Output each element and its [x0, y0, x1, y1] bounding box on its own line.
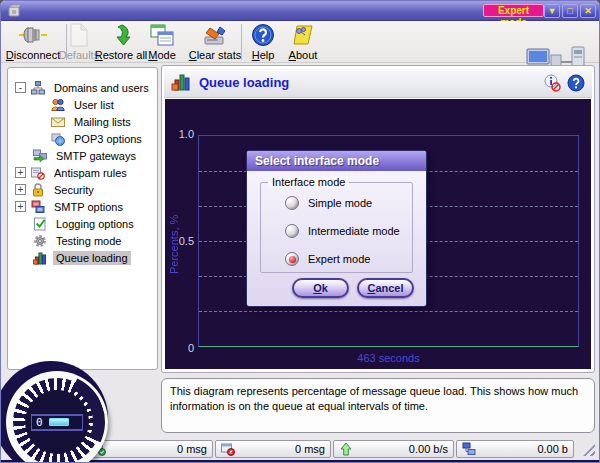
antispam-rules-icon [31, 166, 46, 180]
mode-windows-icon [140, 23, 184, 49]
toolbar-separator [241, 24, 242, 60]
page-title: Queue loading [199, 75, 289, 90]
help-button[interactable]: Help [245, 22, 281, 62]
status-messages-received: 0 msg [86, 440, 213, 458]
bar-chart-icon [171, 72, 191, 94]
mode-button[interactable]: Mode [140, 22, 184, 62]
queue-loading-icon [33, 251, 48, 265]
clear-stats-button[interactable]: Clear stats [184, 22, 246, 62]
testing-mode-icon [33, 234, 48, 248]
content-header: Queue loading [164, 68, 592, 98]
domains-users-icon [31, 81, 46, 95]
tree-item-testing-mode[interactable]: Testing mode [8, 232, 157, 249]
radio-label: Simple mode [308, 197, 372, 209]
status-value: 0.00 b [477, 443, 568, 455]
expand-icon[interactable]: + [15, 184, 26, 195]
collapse-icon[interactable]: - [15, 82, 26, 93]
select-interface-mode-dialog: Select interface mode Interface mode Sim… [246, 150, 427, 307]
groupbox-label: Interface mode [268, 176, 349, 188]
tree-item-pop3-options[interactable]: POP3 options [8, 130, 157, 147]
radio-label: Expert mode [308, 253, 370, 265]
titlebar: Expert mode ▼ □ ✕ [1, 1, 599, 21]
tree-item-logging-options[interactable]: Logging options [8, 215, 157, 232]
pop3-options-icon [51, 132, 66, 146]
tree-item-user-list[interactable]: User list [8, 96, 157, 113]
mailing-lists-icon [51, 115, 66, 129]
tree-item-smtp-options[interactable]: + SMTP options [8, 198, 157, 215]
tree-item-queue-loading[interactable]: Queue loading [8, 249, 157, 266]
gridline [199, 311, 578, 312]
clear-stats-brush-icon [184, 23, 246, 49]
logging-options-icon [33, 217, 48, 231]
status-value: 0.00 b/s [354, 443, 448, 455]
status-upload-speed: 0.00 b/s [333, 440, 454, 458]
maximize-icon[interactable]: □ [562, 4, 578, 18]
radio-simple-mode[interactable]: Simple mode [285, 195, 372, 211]
mode-badge: Expert mode [483, 4, 544, 17]
expand-icon[interactable]: + [15, 201, 26, 212]
cancel-button[interactable]: Cancel [357, 278, 414, 298]
messages-received-icon [92, 442, 107, 456]
gauge-value-display: 0 [31, 415, 83, 430]
dialog-title: Select interface mode [247, 151, 426, 171]
radio-selected-icon[interactable] [285, 252, 299, 266]
help-icon[interactable] [567, 74, 585, 92]
about-note-icon [281, 23, 325, 49]
status-traffic: 0.00 b [456, 440, 574, 458]
radio-icon[interactable] [285, 196, 299, 210]
x-axis-label: 463 seconds [198, 352, 579, 364]
interface-mode-groupbox: Interface mode Simple mode Intermediate … [260, 182, 413, 273]
tree-item-security[interactable]: + Security [8, 181, 157, 198]
user-list-icon [51, 98, 66, 112]
ok-button[interactable]: Ok [292, 278, 349, 298]
y-tick: 1.0 [165, 128, 194, 140]
tree-item-smtp-gateways[interactable]: SMTP gateways [8, 147, 157, 164]
radio-intermediate-mode[interactable]: Intermediate mode [285, 223, 400, 239]
smtp-options-icon [31, 200, 46, 214]
y-tick: 0.5 [165, 235, 194, 247]
radio-icon[interactable] [285, 224, 299, 238]
radio-expert-mode[interactable]: Expert mode [285, 251, 370, 267]
minimize-icon[interactable]: ▼ [544, 4, 560, 18]
status-value: 0 msg [236, 443, 325, 455]
traffic-icon [462, 442, 477, 456]
radio-label: Intermediate mode [308, 225, 400, 237]
gauge-percent-display: 0% [31, 414, 83, 431]
status-messages-failed: 0 msg [215, 440, 331, 458]
description-panel: This diagram represents percentage of me… [161, 378, 595, 433]
status-value: 0 msg [107, 443, 207, 455]
smtp-gateways-icon [33, 149, 48, 163]
tree-item-antispam-rules[interactable]: + Antispam rules [8, 164, 157, 181]
gauge-battery-icon [49, 418, 69, 426]
tree-item-domains-and-users[interactable]: - Domains and users [8, 79, 157, 96]
messages-failed-icon [221, 442, 236, 456]
y-tick: 0 [165, 342, 194, 354]
app-window: Expert mode ▼ □ ✕ Disconnect Defaults Re… [0, 0, 600, 463]
navigation-tree: - Domains and users User list Mailing li… [7, 67, 158, 370]
info-disabled-icon[interactable] [543, 74, 561, 92]
tree-item-mailing-lists[interactable]: Mailing lists [8, 113, 157, 130]
expand-icon[interactable]: + [15, 167, 26, 178]
resize-grip[interactable] [583, 444, 595, 456]
toolbar: Disconnect Defaults Restore all Mode Cle… [1, 21, 599, 63]
close-icon[interactable]: ✕ [580, 4, 596, 18]
help-icon [245, 23, 281, 49]
gauge-center: 0% 0 [25, 390, 89, 454]
about-button[interactable]: About [281, 22, 325, 62]
app-cube-icon [6, 4, 23, 18]
security-lock-icon [31, 183, 46, 197]
upload-speed-icon [339, 442, 354, 456]
